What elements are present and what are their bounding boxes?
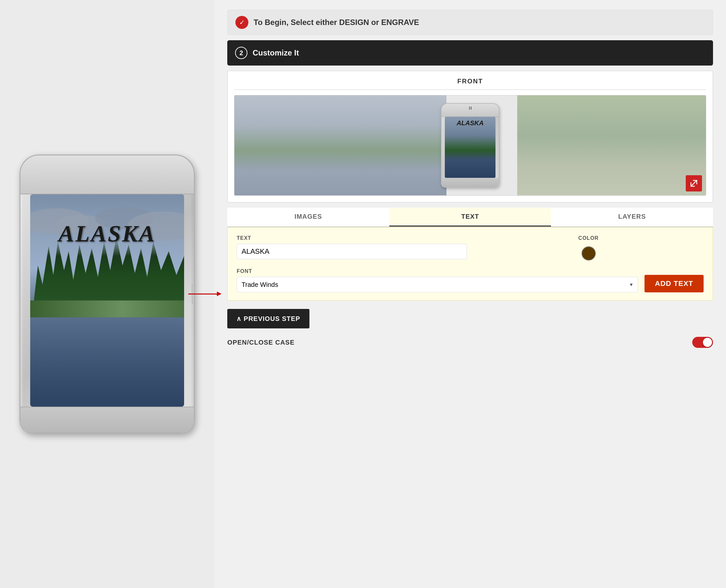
lighter-image-area: ALASKA [30,194,184,406]
color-field-label: COLOR [578,235,599,241]
resize-handle-bar-1 [469,106,470,110]
open-close-toggle[interactable] [692,337,713,348]
font-select-container: Trade Winds Arial Georgia Times New Roma… [237,277,638,292]
lighter-body: ALASKA [19,154,195,434]
lighter-bottom [20,406,194,433]
resize-handle[interactable] [467,106,473,110]
text-field-group: TEXT [237,235,467,259]
text-field-label: TEXT [237,235,467,241]
arrow-connector [188,294,221,295]
scene-land [30,300,184,317]
color-field-group: COLOR [473,235,704,260]
mini-alaska-text: ALASKA [445,120,496,127]
right-panel: ✓ To Begin, Select either DESIGN or ENGR… [214,0,726,588]
color-swatch[interactable] [582,246,596,260]
preview-bg-left [235,96,446,195]
mini-lighter-body: ALASKA [441,103,499,188]
tabs-container: IMAGES TEXT LAYERS TEXT COLOR FONT [227,208,713,300]
font-select[interactable]: Trade Winds Arial Georgia Times New Roma… [237,277,638,292]
tab-images[interactable]: IMAGES [227,208,389,227]
text-config-panel: TEXT COLOR FONT Trade Winds Arial Georgi… [227,227,713,300]
open-close-label: OPEN/CLOSE CASE [227,339,295,346]
font-select-group: FONT Trade Winds Arial Georgia Times New… [237,268,638,292]
expand-button[interactable] [686,175,702,191]
text-input[interactable] [237,244,467,259]
step1-text: To Begin, Select either DESIGN or ENGRAV… [254,18,419,27]
step2-header: 2 Customize It [227,40,713,66]
mini-lighter-preview: ALASKA [441,103,499,188]
tabs-row: IMAGES TEXT LAYERS [227,208,713,227]
water-reflection [30,311,184,406]
step1-banner: ✓ To Begin, Select either DESIGN or ENGR… [227,10,713,35]
text-color-row: TEXT COLOR [237,235,704,260]
mini-image-area: ALASKA [445,117,496,178]
step2-number: 2 [235,47,247,59]
preview-divider [234,89,706,90]
alaska-text-large: ALASKA [30,220,184,247]
font-row: FONT Trade Winds Arial Georgia Times New… [237,268,704,292]
toggle-knob [703,338,712,347]
checkmark-icon: ✓ [236,16,248,29]
previous-step-button[interactable]: ∧ PREVIOUS STEP [227,309,309,329]
lighter-top [20,155,194,194]
add-text-button[interactable]: ADD TEXT [645,275,704,292]
preview-canvas: ALASKA [234,95,706,196]
open-close-row: OPEN/CLOSE CASE [227,334,713,351]
preview-label: FRONT [234,78,706,85]
lighter-display: ALASKA [19,154,195,434]
font-label: FONT [237,268,638,274]
step2-title: Customize It [253,48,299,58]
left-panel: ALASKA [0,0,214,588]
tab-text[interactable]: TEXT [389,208,551,227]
preview-bg-right [517,96,706,195]
tab-layers[interactable]: LAYERS [551,208,713,227]
scene-water [30,311,184,406]
mini-lighter-bottom [442,178,499,187]
svg-line-0 [691,181,697,186]
preview-section: FRONT ALASKA [227,71,713,203]
expand-icon [690,180,698,187]
resize-handle-bar-2 [471,106,471,110]
